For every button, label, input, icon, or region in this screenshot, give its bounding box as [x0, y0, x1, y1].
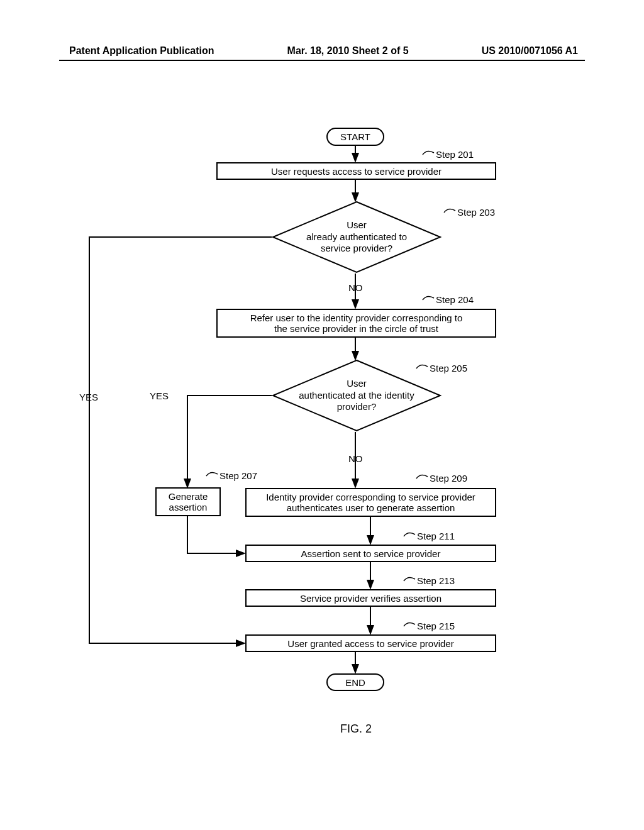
connectors-svg — [0, 0, 644, 830]
flowchart-canvas: START User requests access to service pr… — [0, 0, 644, 830]
